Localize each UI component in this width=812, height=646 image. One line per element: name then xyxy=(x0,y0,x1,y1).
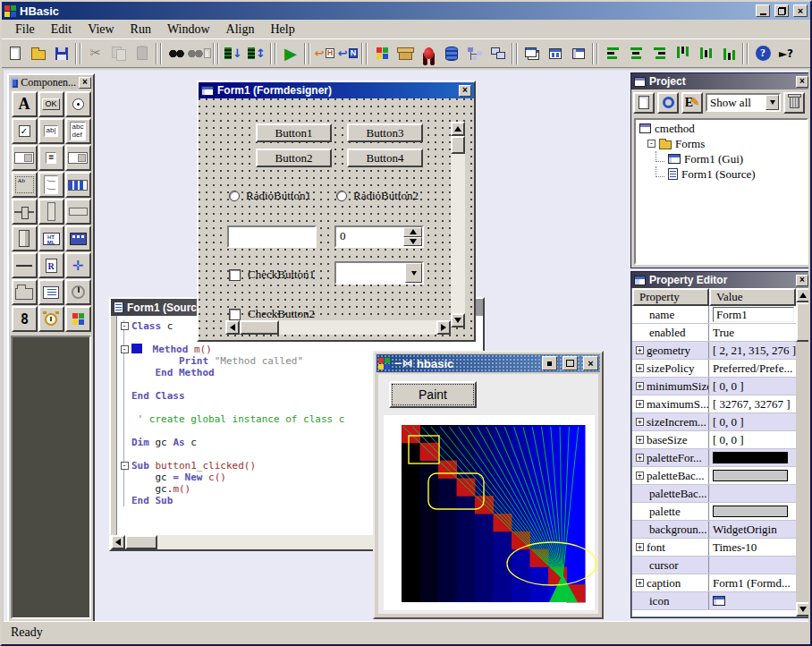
toolbar-copy-button[interactable] xyxy=(107,42,131,65)
toolbar-find-button[interactable] xyxy=(165,42,188,65)
property-row-icon[interactable]: icon xyxy=(632,592,796,610)
expand-icon[interactable]: + xyxy=(636,364,644,372)
property-editor-close-button[interactable]: × xyxy=(796,275,808,286)
menu-run[interactable]: Run xyxy=(123,21,159,38)
designed-radiobutton1[interactable]: RadioButton1 xyxy=(229,189,311,203)
runtime-close-button[interactable]: × xyxy=(583,356,598,370)
property-row-baseSize[interactable]: +baseSize[ 0, 0 ] xyxy=(632,431,796,449)
toolbar-run-button[interactable]: ▶ xyxy=(279,42,302,65)
property-row-font[interactable]: +fontTimes-10 xyxy=(632,539,796,557)
palette-item-panel[interactable] xyxy=(12,225,38,251)
scroll-right-button[interactable] xyxy=(436,320,451,335)
runtime-maximize-button[interactable] xyxy=(562,356,578,370)
palette-item-line[interactable] xyxy=(12,252,38,278)
toolbar-goto-n-button[interactable]: ↩N xyxy=(336,42,359,65)
toolbar-gui-editor-button[interactable] xyxy=(370,42,393,65)
toolbar-window-editor-button[interactable] xyxy=(567,42,590,65)
property-value-cell[interactable]: [ 2, 21, 315, 276 ] xyxy=(709,342,796,359)
property-value-cell[interactable]: WidgetOrigin xyxy=(709,521,796,538)
toolbar-whats-this-button[interactable]: ►? xyxy=(774,42,798,65)
property-column-header[interactable]: Property xyxy=(632,288,709,306)
toolbar-paste-button[interactable] xyxy=(131,42,154,65)
scroll-up-button[interactable] xyxy=(796,288,808,302)
property-name-cell[interactable]: +minimumSize xyxy=(632,378,709,395)
palette-item-textedit[interactable]: abcdef xyxy=(65,118,91,144)
formdesigner-close-button[interactable]: × xyxy=(459,85,471,97)
property-row-caption[interactable]: +captionForm1 (Formd... xyxy=(632,574,796,592)
property-value-cell[interactable]: Form1 xyxy=(709,306,796,323)
property-name-cell[interactable]: enabled xyxy=(632,324,709,341)
palette-item-scrollbar-horizontal[interactable] xyxy=(65,199,91,225)
property-vscrollbar[interactable] xyxy=(796,288,808,616)
scroll-thumb[interactable] xyxy=(451,136,465,154)
expand-icon[interactable]: + xyxy=(636,382,644,390)
designed-radiobutton2[interactable]: RadioButton2 xyxy=(336,189,419,203)
property-row-palette[interactable]: palette xyxy=(632,503,796,521)
menu-help[interactable]: Help xyxy=(263,21,303,38)
toolbar-align-middle-button[interactable] xyxy=(694,42,717,65)
property-value-cell[interactable]: [ 32767, 32767 ] xyxy=(709,395,796,412)
property-row-paletteBac[interactable]: paletteBac... xyxy=(632,485,796,503)
palette-item-htmlview[interactable]: HTML xyxy=(38,225,64,251)
close-button[interactable]: × xyxy=(793,4,808,17)
property-row-enabled[interactable]: enabledTrue xyxy=(632,324,796,342)
restore-button[interactable] xyxy=(774,4,789,17)
scroll-thumb[interactable] xyxy=(796,302,808,342)
toolbar-database-button[interactable] xyxy=(440,42,463,65)
palette-item-reportview[interactable]: R xyxy=(38,252,64,278)
expand-icon[interactable]: + xyxy=(636,436,644,444)
designed-lineedit[interactable] xyxy=(227,225,317,248)
property-value-cell[interactable]: Times-10 xyxy=(709,539,796,556)
project-tree-item-form1-source-[interactable]: Form1 (Source) xyxy=(636,166,807,182)
property-value-cell[interactable] xyxy=(709,449,796,466)
toolbar-align-right-button[interactable] xyxy=(647,42,671,65)
property-value-cell[interactable]: Form1 (Formd... xyxy=(709,574,796,591)
runtime-minimize-button[interactable] xyxy=(542,356,557,370)
property-row-backgroun[interactable]: backgroun...WidgetOrigin xyxy=(632,521,796,539)
runtime-titlebar[interactable]: −⋈ hbasic × xyxy=(376,354,600,372)
toolbar-goto-h-button[interactable]: ↩H xyxy=(313,42,336,65)
property-row-maximumS[interactable]: +maximumS...[ 32767, 32767 ] xyxy=(632,395,796,413)
property-value-cell[interactable]: [ 0, 0 ] xyxy=(709,378,796,395)
expand-icon[interactable]: + xyxy=(636,472,644,480)
palette-item-listview[interactable]: ∙—∙— xyxy=(38,172,64,198)
expand-icon[interactable]: + xyxy=(636,543,644,551)
palette-item-pixmap[interactable] xyxy=(65,306,91,332)
property-row-paletteFor[interactable]: +paletteFor... xyxy=(632,449,796,467)
value-editor[interactable]: Form1 xyxy=(713,307,794,322)
toolbar-debug-button[interactable] xyxy=(417,42,440,65)
scroll-track[interactable] xyxy=(796,342,808,602)
toolbar-window-cascade-button[interactable] xyxy=(520,42,544,65)
palette-item-scrollbar-vertical[interactable] xyxy=(38,199,64,225)
property-name-cell[interactable]: +caption xyxy=(632,574,709,591)
fold-marker-icon[interactable]: - xyxy=(121,462,129,470)
palette-item-slider[interactable] xyxy=(12,199,38,225)
property-row-name[interactable]: nameForm1 xyxy=(632,306,796,324)
property-value-cell[interactable] xyxy=(709,592,796,609)
project-titlebar[interactable]: Project × xyxy=(631,73,808,89)
toolbar-bookmark-down-button[interactable]: ↓ xyxy=(222,42,245,65)
property-name-cell[interactable]: paletteBac... xyxy=(632,485,709,502)
property-value-cell[interactable] xyxy=(709,503,796,520)
property-row-cursor[interactable]: cursor xyxy=(632,557,796,574)
palette-item-checkbox[interactable]: ✓ xyxy=(12,118,38,144)
designed-checkbutton1[interactable]: CheckButton1 xyxy=(229,268,315,282)
toolbar-find-files-button[interactable] xyxy=(188,42,211,65)
property-name-cell[interactable]: +sizePolicy xyxy=(632,360,709,377)
toolbar-align-left-button[interactable] xyxy=(601,42,624,65)
designer-vscrollbar[interactable] xyxy=(451,122,465,327)
palette-item-pushbutton[interactable]: OK xyxy=(38,91,64,117)
toolbar-bookmark-updown-button[interactable]: ↕ xyxy=(245,42,268,65)
palette-item-listbox[interactable]: ≣ xyxy=(38,145,64,171)
project-tree-item-form1-gui-[interactable]: Form1 (Gui) xyxy=(636,151,807,166)
property-name-cell[interactable]: +geometry xyxy=(632,342,709,359)
project-tree-item-cmethod[interactable]: cmethod xyxy=(636,121,807,136)
menu-window[interactable]: Window xyxy=(159,21,218,38)
property-value-cell[interactable]: Preferred/Prefe... xyxy=(709,360,796,377)
property-name-cell[interactable]: +maximumS... xyxy=(632,395,709,412)
palette-item-timer[interactable] xyxy=(38,306,64,332)
spin-up-button[interactable] xyxy=(403,227,422,237)
property-name-cell[interactable]: icon xyxy=(632,592,709,609)
project-new-button[interactable] xyxy=(633,92,655,114)
pin-icon[interactable]: −⋈ xyxy=(393,357,413,370)
